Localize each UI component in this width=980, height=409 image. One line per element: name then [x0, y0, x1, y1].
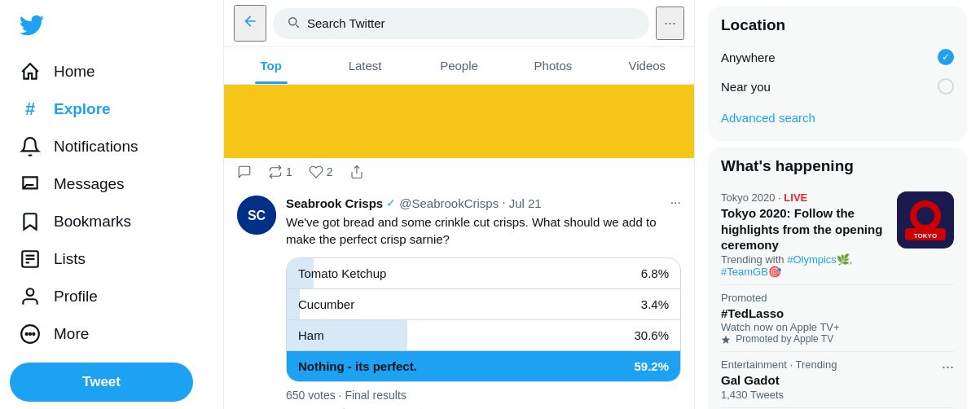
svg-text:SC: SC	[248, 209, 266, 222]
whats-happening-title: What's happening	[721, 157, 954, 175]
sidebar-item-explore[interactable]: # Explore	[10, 90, 121, 128]
sidebar-item-label: Home	[54, 63, 95, 81]
tab-videos[interactable]: Videos	[600, 47, 694, 84]
wh-name[interactable]: #TedLasso	[721, 306, 954, 322]
wh-content-tokyo: Tokyo 2020 · LIVE Tokyo 2020: Follow the…	[721, 191, 889, 278]
sidebar-item-home[interactable]: Home	[10, 53, 105, 90]
profile-icon	[20, 286, 41, 307]
svg-point-4	[27, 288, 34, 296]
poll-option-pct: 30.6%	[634, 328, 669, 342]
main-content: ··· Top Latest People Photos Videos 1 2 …	[224, 0, 695, 409]
notifications-icon	[20, 136, 41, 157]
poll-option-1[interactable]: Tomato Ketchup 6.8%	[287, 258, 680, 289]
location-option-anywhere[interactable]: Anywhere	[721, 42, 954, 72]
poll-option-3[interactable]: Ham 30.6%	[287, 320, 680, 351]
sidebar-item-profile[interactable]: Profile	[10, 278, 108, 315]
tweet-button[interactable]: Tweet	[10, 363, 193, 402]
wh-item-tedlasso: Promoted #TedLasso Watch now on Apple TV…	[721, 285, 954, 353]
location-option-nearyou[interactable]: Near you	[721, 72, 954, 101]
tweet-date: Jul 21	[509, 196, 542, 210]
messages-icon	[20, 174, 41, 195]
wh-meta: Tokyo 2020 · LIVE	[721, 191, 889, 204]
tweet-seabrook: SC Seabrook Crisps ✓ @SeabrookCrisps · J…	[224, 186, 694, 409]
wh-live-badge: LIVE	[784, 191, 807, 204]
tweet-handle: @SeabrookCrisps	[399, 196, 499, 210]
yellow-banner-image	[224, 85, 694, 158]
tweet-poll: Tomato Ketchup 6.8% Cucumber 3.4% Ham 30…	[286, 257, 681, 382]
poll-option-4[interactable]: Nothing - its perfect. 59.2%	[287, 351, 680, 381]
home-icon	[20, 61, 41, 82]
poll-option-label: Ham	[298, 328, 324, 342]
sidebar-item-more[interactable]: More	[10, 315, 99, 353]
tweet-name: Seabrook Crisps	[286, 196, 383, 210]
search-more-button[interactable]: ···	[656, 7, 684, 40]
wh-thumbnail-tokyo: TOKYO	[897, 191, 954, 248]
search-bar-area: ···	[224, 0, 694, 47]
lists-icon	[20, 248, 41, 270]
poll-option-2[interactable]: Cucumber 3.4%	[287, 289, 680, 320]
wh-meta: Entertainment · Trending	[721, 358, 934, 371]
search-box	[273, 8, 649, 39]
promoted-badge: Promoted by Apple TV	[721, 333, 954, 345]
verified-badge: ✓	[386, 196, 396, 209]
tweet-user-info: Seabrook Crisps ✓ @SeabrookCrisps · Jul …	[286, 196, 542, 210]
tweet-more-button[interactable]: ···	[670, 196, 681, 210]
location-label-anywhere: Anywhere	[721, 51, 776, 64]
sidebar-item-bookmarks[interactable]: Bookmarks	[10, 203, 141, 240]
location-label-nearyou: Near you	[721, 80, 771, 94]
wh-item-tokyo: Tokyo 2020 · LIVE Tokyo 2020: Follow the…	[721, 185, 954, 285]
location-section: Location Anywhere Near you Advanced sear…	[708, 7, 967, 141]
twitter-logo[interactable]	[10, 7, 213, 50]
tab-people[interactable]: People	[412, 47, 506, 84]
poll-option-pct: 3.4%	[641, 297, 669, 311]
radio-anywhere[interactable]	[938, 49, 954, 65]
share-action[interactable]	[349, 165, 364, 179]
tab-top[interactable]: Top	[224, 47, 318, 84]
poll-footer: 650 votes · Final results	[286, 389, 681, 402]
sidebar-item-label: Notifications	[54, 138, 138, 156]
tweet1-actions: 28 1 8	[286, 402, 681, 409]
wh-item-galgadot: Entertainment · Trending Gal Gadot 1,430…	[721, 352, 954, 408]
search-input[interactable]	[307, 16, 636, 30]
back-button[interactable]	[234, 5, 266, 42]
sidebar-item-label: More	[54, 325, 89, 343]
search-icon	[286, 15, 301, 33]
retweet-action[interactable]: 1	[268, 165, 292, 179]
sidebar-item-notifications[interactable]: Notifications	[10, 128, 148, 165]
svg-point-6	[26, 333, 28, 335]
radio-nearyou[interactable]	[938, 78, 954, 95]
tab-photos[interactable]: Photos	[506, 47, 600, 84]
wh-name[interactable]: Gal Gadot	[721, 372, 934, 389]
whats-happening-section: What's happening Tokyo 2020 · LIVE Tokyo…	[708, 147, 967, 409]
sidebar-item-label: Messages	[54, 175, 125, 193]
tweet-text: We've got bread and some crinkle cut cri…	[286, 213, 681, 248]
like-action[interactable]: 2	[309, 165, 333, 179]
wh-sub: 1,430 Tweets	[721, 389, 934, 401]
tweet-body-seabrook: Seabrook Crisps ✓ @SeabrookCrisps · Jul …	[286, 196, 681, 409]
wh-sub: Watch now on Apple TV+	[721, 321, 954, 333]
svg-point-7	[29, 333, 31, 335]
wh-more-button[interactable]: ···	[942, 358, 954, 376]
tabs-bar: Top Latest People Photos Videos	[224, 47, 694, 85]
sidebar-item-messages[interactable]: Messages	[10, 165, 134, 203]
wh-meta: Promoted	[721, 292, 954, 304]
retweet-count: 1	[286, 165, 292, 178]
poll-option-label: Cucumber	[298, 297, 354, 311]
reply-action[interactable]	[237, 165, 252, 179]
tab-latest[interactable]: Latest	[318, 47, 411, 84]
sidebar-item-label: Lists	[54, 250, 86, 268]
sidebar-item-lists[interactable]: Lists	[10, 240, 95, 278]
wh-sub: Trending with #Olympics🌿, #TeamGB🎯	[721, 253, 889, 278]
wh-content-tedlasso: Promoted #TedLasso Watch now on Apple TV…	[721, 292, 954, 345]
bookmarks-icon	[20, 211, 41, 232]
sidebar-item-label: Bookmarks	[54, 213, 131, 231]
poll-option-label: Tomato Ketchup	[298, 266, 386, 280]
tweet-action-row: 1 2	[224, 158, 694, 186]
location-title: Location	[721, 16, 954, 34]
svg-point-8	[33, 333, 34, 335]
poll-option-pct: 59.2%	[634, 359, 669, 373]
svg-text:TOKYO: TOKYO	[914, 232, 937, 240]
tweet-dot: ·	[502, 196, 505, 210]
advanced-search-link[interactable]: Advanced search	[721, 104, 954, 131]
wh-name[interactable]: Tokyo 2020: Follow the highlights from t…	[721, 205, 889, 253]
